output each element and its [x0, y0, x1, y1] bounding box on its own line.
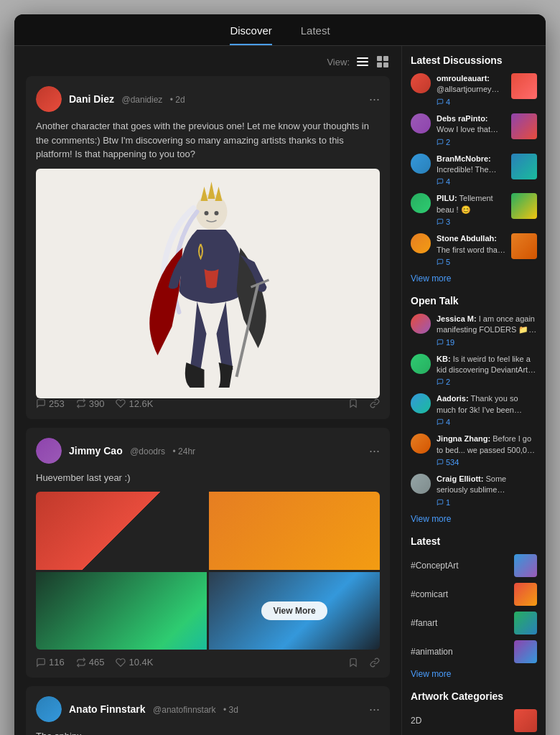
post-header: Dani Diez @danidiez • 2d ··· [36, 86, 380, 112]
like-button[interactable]: 12.6K [116, 398, 153, 409]
post-text: Huevember last year :) [36, 471, 380, 485]
latest-thumb [514, 612, 537, 635]
discussion-item: Jessica M: I am once again manifesting F… [411, 314, 537, 347]
category-item[interactable]: 2D [411, 709, 537, 732]
view-more-button[interactable]: View More [261, 601, 327, 620]
discussion-item: Debs raPinto: Wow I love that skin. It a… [411, 113, 537, 146]
post-meta: Jimmy Cao @doodrs • 24hr [69, 444, 362, 457]
list-view-icon[interactable] [355, 55, 370, 69]
disc-count: 4 [437, 177, 505, 186]
svg-point-15 [215, 211, 219, 215]
disc-text: KB: Is it weird to feel like a kid disco… [437, 354, 537, 376]
tab-discover[interactable]: Discover [230, 24, 271, 45]
post-card: Anato Finnstark @anatofinnstark • 3d ···… [26, 686, 390, 735]
disc-count: 5 [437, 258, 505, 266]
share-button[interactable]: 390 [76, 398, 105, 409]
disc-thumb [511, 73, 537, 99]
disc-text: BranMcNobre: Incredible! The balance bet… [437, 154, 505, 176]
post-author: Jimmy Cao [69, 445, 123, 457]
latest-tag-text: #comicart [411, 589, 508, 599]
latest-tag-item[interactable]: #animation [411, 640, 537, 663]
post-handle: @anatofinnstark [153, 705, 216, 715]
svg-point-8 [196, 194, 228, 230]
svg-rect-1 [357, 61, 368, 62]
disc-count: 3 [437, 217, 505, 226]
disc-text: PILU: Tellement beau ! 😊 [437, 193, 505, 215]
disc-text: Debs raPinto: Wow I love that skin. It a… [437, 113, 505, 136]
latest-tags-section: Latest #ConceptArt #comicart #fanart #an… [411, 535, 537, 679]
top-nav: Discover Latest [14, 14, 546, 46]
disc-thumb [511, 233, 537, 259]
grid-view-icon[interactable] [375, 55, 390, 69]
post-more-button[interactable]: ··· [369, 703, 380, 716]
post-author: Dani Diez [69, 93, 114, 105]
disc-avatar [411, 314, 431, 334]
post-text: Another character that goes with the pre… [36, 119, 380, 161]
discussion-item: Craig Elliott: Some seriously sublime aw… [411, 474, 537, 507]
disc-text: Aadoris: Thank you so much for 3k! I've … [437, 393, 537, 416]
disc-content: BranMcNobre: Incredible! The balance bet… [437, 154, 505, 187]
grid-image-3 [36, 572, 207, 650]
avatar [36, 696, 62, 722]
post-image-grid: View More [36, 492, 380, 650]
latest-thumb [514, 554, 537, 577]
disc-count: 4 [437, 98, 505, 106]
category-thumb [514, 709, 537, 732]
sidebar: Latest Discussions omrouleauart: @allsar… [402, 46, 546, 735]
artwork-categories-section: Artwork Categories 2D 3D [411, 690, 537, 735]
disc-content: PILU: Tellement beau ! 😊 3 [437, 193, 505, 226]
svg-rect-4 [383, 56, 388, 61]
post-handle: @doodrs [130, 446, 165, 457]
main-layout: View: [14, 46, 546, 735]
link-button[interactable] [370, 398, 380, 408]
latest-thumb [514, 640, 537, 663]
post-time: • 2d [170, 95, 185, 105]
disc-count: 1 [437, 498, 537, 507]
share-button[interactable]: 465 [76, 657, 105, 668]
open-talk-view-more-link[interactable]: View more [411, 514, 537, 524]
discussion-item: Stone Abdullah: The first word that came… [411, 233, 537, 266]
feed-column: View: [14, 46, 402, 735]
svg-rect-6 [383, 62, 388, 67]
latest-tag-item[interactable]: #ConceptArt [411, 554, 537, 577]
post-more-button[interactable]: ··· [369, 444, 380, 457]
discussion-item: KB: Is it weird to feel like a kid disco… [411, 354, 537, 387]
svg-rect-3 [377, 56, 382, 61]
disc-content: Craig Elliott: Some seriously sublime aw… [437, 474, 537, 507]
avatar [36, 438, 62, 464]
latest-tag-text: #ConceptArt [411, 561, 508, 571]
view-more-link[interactable]: View more [411, 273, 537, 284]
view-controls: View: [26, 55, 390, 69]
open-talk-section: Open Talk Jessica M: I am once again man… [411, 295, 537, 524]
app-container: Discover Latest View: [14, 14, 546, 735]
latest-discussions-section: Latest Discussions omrouleauart: @allsar… [411, 55, 537, 284]
view-label: View: [327, 57, 350, 67]
disc-content: KB: Is it weird to feel like a kid disco… [437, 354, 537, 387]
post-handle: @danidiez [121, 95, 162, 105]
disc-avatar [411, 434, 431, 454]
disc-text: Jingna Zhang: Before I go to bed... we p… [437, 434, 537, 456]
grid-image-1 [36, 492, 207, 570]
post-actions: 253 390 12.6K [36, 398, 380, 409]
latest-tag-item[interactable]: #comicart [411, 583, 537, 606]
post-text: The sphinx [36, 729, 380, 735]
latest-view-more-link[interactable]: View more [411, 669, 537, 679]
comment-button[interactable]: 253 [36, 398, 65, 409]
post-more-button[interactable]: ··· [369, 93, 380, 106]
tab-latest[interactable]: Latest [301, 24, 330, 45]
post-header: Anato Finnstark @anatofinnstark • 3d ··· [36, 696, 380, 722]
bookmark-button[interactable] [348, 398, 358, 408]
latest-discussions-title: Latest Discussions [411, 55, 537, 66]
link-button[interactable] [370, 657, 380, 668]
bookmark-button[interactable] [348, 657, 358, 668]
svg-point-14 [205, 211, 209, 215]
disc-avatar [411, 73, 431, 93]
comment-button[interactable]: 116 [36, 657, 65, 668]
svg-rect-0 [357, 57, 368, 59]
disc-avatar [411, 154, 431, 174]
discussion-item: Jingna Zhang: Before I go to bed... we p… [411, 434, 537, 467]
discussion-item: omrouleauart: @allsartjourney thank you!… [411, 73, 537, 106]
like-button[interactable]: 10.4K [116, 657, 153, 668]
open-talk-title: Open Talk [411, 295, 537, 306]
latest-tag-item[interactable]: #fanart [411, 612, 537, 635]
